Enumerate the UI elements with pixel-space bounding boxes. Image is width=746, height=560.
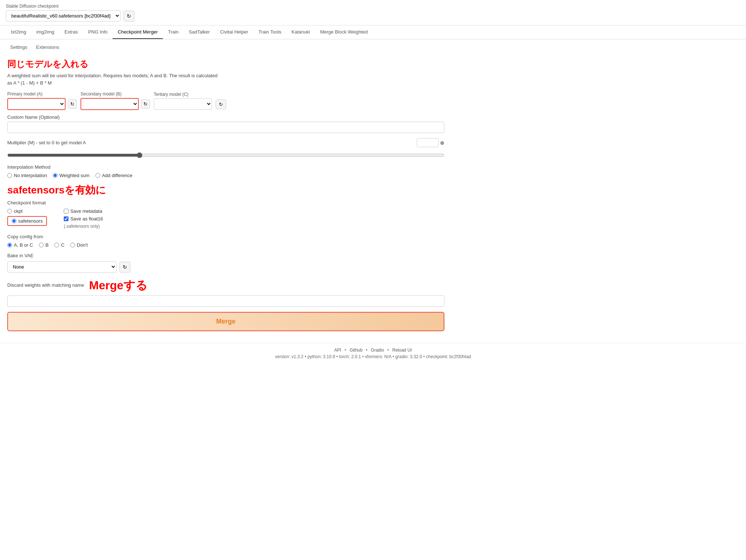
tab-extras[interactable]: Extras bbox=[59, 26, 83, 39]
api-link[interactable]: API bbox=[334, 348, 341, 353]
tab-train-tools[interactable]: Train Tools bbox=[253, 26, 286, 39]
tab-checkpoint-merger[interactable]: Checkpoint Merger bbox=[113, 26, 163, 39]
copy-config-c-label: C bbox=[61, 242, 64, 248]
copy-config-b[interactable]: B bbox=[39, 242, 49, 248]
dot2: • bbox=[366, 348, 368, 353]
bake-vae-label: Bake in VAE bbox=[7, 253, 444, 258]
reload-ui-link[interactable]: Reload UI bbox=[392, 348, 412, 353]
save-as-float16-item[interactable]: Save as float16 bbox=[64, 216, 103, 222]
secondary-model-label: Secondary model (B) bbox=[81, 91, 150, 97]
radio-weighted-sum[interactable] bbox=[53, 173, 58, 178]
interpolation-radio-group: No interpolation Weighted sum Add differ… bbox=[7, 173, 444, 178]
github-link[interactable]: Github bbox=[350, 348, 362, 353]
primary-model-label: Primary model (A) bbox=[7, 91, 77, 97]
discard-weights-section: Discard weights with matching name Merge… bbox=[7, 278, 444, 307]
bake-vae-row: None ↻ bbox=[7, 261, 444, 273]
save-as-float16-label: Save as float16 bbox=[70, 216, 103, 222]
interpolation-add-difference[interactable]: Add difference bbox=[95, 173, 133, 178]
interpolation-weighted-sum[interactable]: Weighted sum bbox=[53, 173, 90, 178]
save-metadata-note: (.safetensors only) bbox=[64, 224, 103, 229]
sub-tab-settings[interactable]: Settings bbox=[6, 42, 32, 52]
bake-vae-select[interactable]: None bbox=[7, 261, 117, 273]
format-col: ckpt safetensors bbox=[7, 208, 47, 226]
save-metadata-checkbox[interactable] bbox=[64, 209, 68, 214]
row-refresh-button[interactable]: ↻ bbox=[216, 99, 226, 109]
format-ckpt[interactable]: ckpt bbox=[7, 208, 47, 214]
radio-ckpt[interactable] bbox=[7, 209, 12, 214]
bake-vae-section: Bake in VAE None ↻ bbox=[7, 253, 444, 273]
stepper-icon[interactable]: ⊕ bbox=[440, 140, 444, 146]
tab-katanuki[interactable]: Katanuki bbox=[286, 26, 315, 39]
copy-config-dont-label: Don't bbox=[77, 242, 88, 248]
secondary-model-refresh-button[interactable]: ↻ bbox=[141, 99, 150, 109]
radio-copy-dont[interactable] bbox=[70, 243, 75, 247]
tertiary-model-select[interactable] bbox=[154, 98, 212, 110]
tab-train[interactable]: Train bbox=[163, 26, 184, 39]
copy-config-c[interactable]: C bbox=[54, 242, 64, 248]
footer-version: version: v1.3.2 • python: 3.10.9 • torch… bbox=[4, 354, 742, 359]
tertiary-model-group: Tertiary model (C) bbox=[154, 92, 212, 110]
top-bar: Stable Diffusion checkpoint beautifulRea… bbox=[0, 0, 746, 26]
checkpoint-select[interactable]: beautifulRealistic_v60.safetensors [bc2f… bbox=[6, 10, 121, 21]
tab-merge-block-weighted[interactable]: Merge Block Weighted bbox=[315, 26, 373, 39]
annotation-same-model: 同じモデルを入れる bbox=[7, 58, 444, 70]
radio-no-interpolation[interactable] bbox=[7, 173, 12, 178]
save-metadata-label: Save metadata bbox=[70, 208, 102, 214]
save-metadata-col: Save metadata Save as float16 (.safetens… bbox=[64, 208, 103, 229]
sub-tab-extensions[interactable]: Extensions bbox=[32, 42, 64, 52]
primary-model-select[interactable] bbox=[7, 98, 66, 110]
multiplier-slider[interactable] bbox=[7, 152, 444, 158]
discard-weights-input[interactable] bbox=[7, 295, 444, 307]
add-difference-label: Add difference bbox=[102, 173, 133, 178]
checkpoint-label: Stable Diffusion checkpoint bbox=[6, 4, 740, 9]
radio-add-difference[interactable] bbox=[95, 173, 100, 178]
refresh-icon: ↻ bbox=[127, 13, 131, 19]
interpolation-no-interpolation[interactable]: No interpolation bbox=[7, 173, 47, 178]
checkpoint-refresh-button[interactable]: ↻ bbox=[123, 11, 134, 21]
refresh-icon-secondary: ↻ bbox=[144, 101, 148, 107]
copy-config-radio-group: A, B or C B C Don't bbox=[7, 242, 444, 248]
primary-model-refresh-button[interactable]: ↻ bbox=[68, 99, 77, 109]
dot1: • bbox=[345, 348, 346, 353]
save-metadata-item[interactable]: Save metadata bbox=[64, 208, 103, 214]
bake-vae-refresh-button[interactable]: ↻ bbox=[119, 262, 130, 273]
tab-img2img[interactable]: img2img bbox=[31, 26, 59, 39]
tab-sadtalker[interactable]: SadTalker bbox=[184, 26, 215, 39]
interpolation-section: Interpolation Method No interpolation We… bbox=[7, 164, 444, 178]
secondary-model-select-wrap: ↻ bbox=[81, 98, 150, 110]
safetensors-box: safetensors bbox=[7, 216, 47, 226]
primary-model-group: Primary model (A) ↻ bbox=[7, 91, 77, 110]
merge-button[interactable]: Merge bbox=[7, 312, 444, 331]
radio-copy-b[interactable] bbox=[39, 243, 44, 247]
radio-copy-abc[interactable] bbox=[7, 243, 12, 247]
custom-name-label: Custom Name (Optional) bbox=[7, 114, 444, 120]
interpolation-label: Interpolation Method bbox=[7, 164, 444, 170]
safetensors-label: safetensors bbox=[18, 218, 43, 224]
dot3: • bbox=[387, 348, 389, 353]
checkpoint-format-label: Checkpoint format bbox=[7, 200, 444, 205]
tab-civitai-helper[interactable]: Civitai Helper bbox=[215, 26, 253, 39]
copy-config-abc-label: A, B or C bbox=[14, 242, 33, 248]
copy-config-dont[interactable]: Don't bbox=[70, 242, 88, 248]
tab-txt2img[interactable]: txt2img bbox=[6, 26, 31, 39]
format-safetensors[interactable]: safetensors bbox=[12, 218, 43, 224]
tab-png-info[interactable]: PNG Info bbox=[83, 26, 113, 39]
secondary-model-select[interactable] bbox=[81, 98, 139, 110]
tertiary-model-label: Tertiary model (C) bbox=[154, 92, 212, 97]
gradio-link[interactable]: Gradio bbox=[371, 348, 384, 353]
refresh-icon-vae: ↻ bbox=[123, 264, 127, 270]
radio-copy-c[interactable] bbox=[54, 243, 59, 247]
no-interpolation-label: No interpolation bbox=[14, 173, 47, 178]
radio-safetensors[interactable] bbox=[12, 219, 16, 223]
secondary-model-group: Secondary model (B) ↻ bbox=[81, 91, 150, 110]
save-as-float16-checkbox[interactable] bbox=[64, 216, 68, 221]
refresh-icon-row: ↻ bbox=[219, 102, 223, 107]
merger-description: A weighted sum will be used for interpol… bbox=[7, 72, 444, 86]
multiplier-input[interactable]: 0.3 bbox=[417, 138, 439, 147]
refresh-icon-primary: ↻ bbox=[70, 101, 74, 107]
annotation-merge: Mergeする bbox=[89, 278, 148, 294]
main-tabs: txt2img img2img Extras PNG Info Checkpoi… bbox=[0, 26, 746, 39]
custom-name-input[interactable] bbox=[7, 122, 444, 133]
format-row: ckpt safetensors Save metadata Save as f… bbox=[7, 208, 444, 229]
copy-config-abc[interactable]: A, B or C bbox=[7, 242, 33, 248]
